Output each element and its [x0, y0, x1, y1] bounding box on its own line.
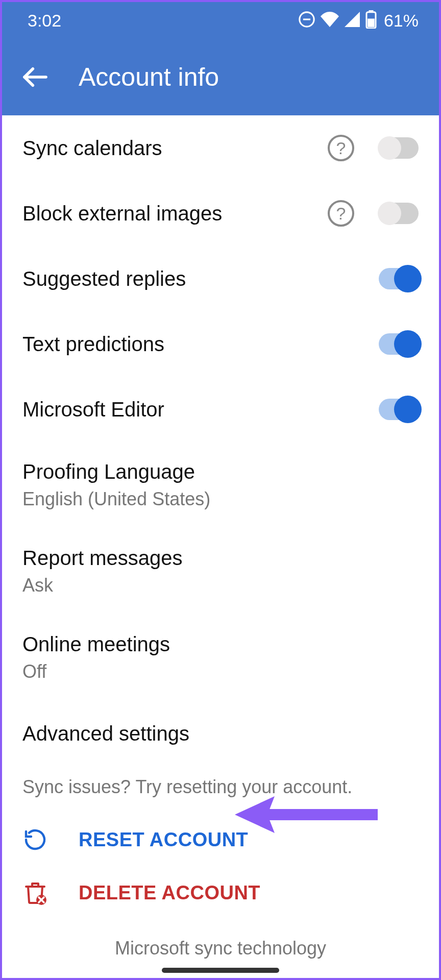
battery-percent: 61%	[384, 11, 419, 31]
label-proofing-language: Proofing Language	[22, 460, 419, 483]
trash-icon	[22, 880, 48, 905]
cell-signal-icon	[344, 12, 360, 29]
label-online-meetings: Online meetings	[22, 633, 419, 656]
gesture-bar	[162, 968, 279, 973]
value-report-messages: Ask	[22, 575, 419, 596]
status-icons: 61%	[298, 10, 419, 31]
help-icon[interactable]: ?	[328, 135, 354, 161]
label-text-predictions: Text predictions	[22, 333, 374, 356]
row-text-predictions[interactable]: Text predictions	[2, 311, 439, 377]
delete-account-label: DELETE ACCOUNT	[79, 882, 260, 904]
status-bar: 3:02 61%	[2, 2, 439, 39]
toggle-suggested-replies[interactable]	[379, 268, 419, 289]
row-advanced-settings[interactable]: Advanced settings	[2, 701, 439, 766]
sync-issues-hint: Sync issues? Try resetting your account.	[2, 766, 439, 813]
battery-icon	[365, 10, 377, 31]
value-proofing-language: English (United States)	[22, 488, 419, 510]
wifi-icon	[321, 12, 339, 29]
label-block-external: Block external images	[22, 202, 328, 225]
row-online-meetings[interactable]: Online meetings Off	[2, 615, 439, 701]
toggle-text-predictions[interactable]	[379, 333, 419, 355]
reset-account-button[interactable]: RESET ACCOUNT	[2, 813, 439, 866]
label-advanced-settings: Advanced settings	[22, 722, 419, 745]
row-suggested-replies[interactable]: Suggested replies	[2, 246, 439, 311]
page-title: Account info	[79, 62, 219, 92]
settings-list: Sync calendars ? Block external images ?…	[2, 115, 439, 964]
row-report-messages[interactable]: Report messages Ask	[2, 528, 439, 615]
dnd-icon	[298, 11, 315, 30]
row-microsoft-editor[interactable]: Microsoft Editor	[2, 377, 439, 442]
label-microsoft-editor: Microsoft Editor	[22, 398, 374, 421]
reset-account-label: RESET ACCOUNT	[79, 829, 248, 851]
row-block-external-images[interactable]: Block external images ?	[2, 181, 439, 246]
row-sync-calendars[interactable]: Sync calendars ?	[2, 115, 439, 181]
toggle-sync-calendars[interactable]	[379, 137, 419, 159]
toggle-microsoft-editor[interactable]	[379, 399, 419, 420]
label-report-messages: Report messages	[22, 547, 419, 570]
value-online-meetings: Off	[22, 661, 419, 682]
label-suggested-replies: Suggested replies	[22, 267, 374, 290]
label-sync-calendars: Sync calendars	[22, 137, 328, 160]
footer-text: Microsoft sync technology	[2, 919, 439, 964]
back-button[interactable]	[17, 59, 53, 95]
help-icon[interactable]: ?	[328, 200, 354, 227]
toggle-block-external[interactable]	[379, 203, 419, 224]
app-bar: Account info	[2, 39, 439, 115]
reset-icon	[22, 827, 48, 852]
svg-rect-4	[368, 19, 375, 28]
row-proofing-language[interactable]: Proofing Language English (United States…	[2, 442, 439, 528]
status-time: 3:02	[28, 11, 61, 31]
delete-account-button[interactable]: DELETE ACCOUNT	[2, 866, 439, 919]
